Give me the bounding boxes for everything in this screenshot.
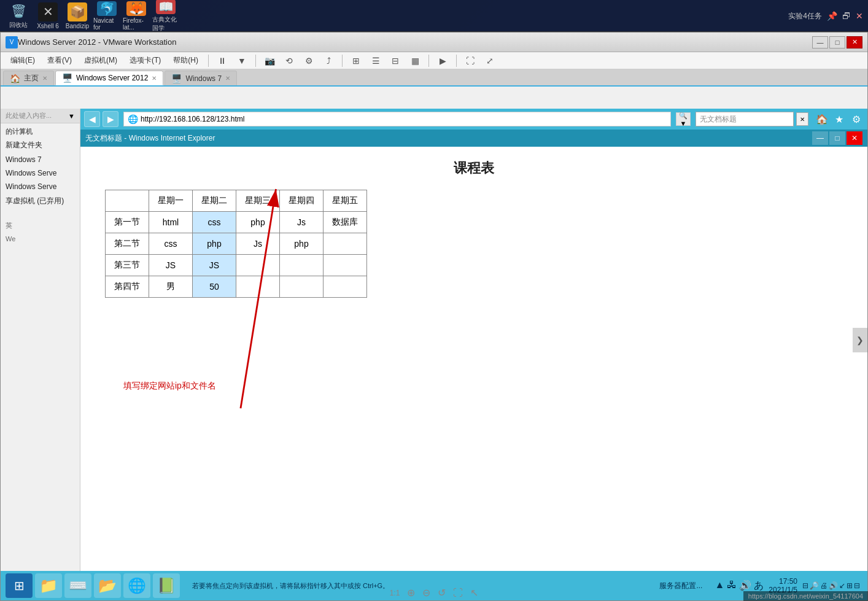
sidebar-item-win7[interactable]: Windows 7 xyxy=(1,153,80,166)
ie-address-bar[interactable]: 🌐 http://192.168.106.128/123.html xyxy=(123,112,671,126)
sidebar-item-shared[interactable]: 享虚拟机 (已弃用) xyxy=(1,193,80,209)
cell-r2-c4: php xyxy=(280,233,324,255)
taskbar-icon-guoxue[interactable]: 📖 古典文化国学 xyxy=(152,2,179,29)
sidebar-dropdown-icon[interactable]: ▼ xyxy=(68,112,75,120)
sidebar-item-winserver1[interactable]: Windows Serve xyxy=(1,166,80,180)
cell-r3-c3 xyxy=(236,255,280,276)
toolbar-separator-4 xyxy=(428,55,429,67)
minimize-button[interactable]: — xyxy=(812,36,828,48)
favorites-icon[interactable]: ★ xyxy=(832,112,847,126)
layout2-button[interactable]: ☰ xyxy=(367,53,384,68)
fullscreen2-button[interactable]: ⤢ xyxy=(481,53,498,68)
restore-icon[interactable]: 🗗 xyxy=(842,11,851,21)
tray-expand-icon[interactable]: ▲ xyxy=(715,580,724,592)
restore-button[interactable]: □ xyxy=(829,36,845,48)
sidebar-item-newfolder[interactable]: 新建文件夹 xyxy=(1,138,80,153)
taskbar-icon-recycle[interactable]: 🗑️ 回收站 xyxy=(5,2,32,29)
pause-button[interactable]: ⏸ xyxy=(214,53,231,68)
tab-ws2012-close[interactable]: ✕ xyxy=(152,75,157,82)
watermark: https://blog.csdn.net/weixin_54117604 xyxy=(743,591,868,601)
tab-win7[interactable]: 🖥️ Windows 7 ✕ xyxy=(165,71,237,85)
folder-button[interactable]: 📂 xyxy=(94,573,121,598)
fullscreen-button[interactable]: ⛶ xyxy=(462,53,479,68)
webpage-content: 课程表 星期一 星期二 星期三 星期四 星期五 第一节 html xyxy=(80,147,867,571)
menu-edit[interactable]: 编辑(E) xyxy=(6,54,40,67)
search-go-button[interactable]: 🔍▼ xyxy=(676,112,691,126)
home-icon[interactable]: 🏠 xyxy=(815,112,829,126)
status-icon-5: ↙ xyxy=(839,581,845,590)
settings-button[interactable]: ⚙ xyxy=(300,53,317,68)
zoom-fit-button[interactable]: ⛶ xyxy=(453,587,463,599)
sidebar-item-winserver2[interactable]: Windows Serve xyxy=(1,180,80,193)
cell-r3-c1: JS xyxy=(149,255,193,276)
powershell-button[interactable]: ⌨️ xyxy=(64,573,91,598)
play-button[interactable]: ▶ xyxy=(434,53,451,68)
cell-r2-c1: css xyxy=(149,233,193,255)
layout4-button[interactable]: ▦ xyxy=(406,53,424,68)
ie-search-box[interactable]: 无文档标题 xyxy=(696,112,794,126)
explorer-button[interactable]: 📁 xyxy=(35,573,62,598)
cell-r4-c4 xyxy=(280,276,324,298)
taskbar-icon-firefox[interactable]: 🦊 Firefox-lat... xyxy=(123,2,150,29)
win7-icon: 🖥️ xyxy=(171,74,182,83)
status-icon-4: 🔊 xyxy=(829,581,838,590)
volume-icon[interactable]: 🔊 xyxy=(739,580,751,592)
back-button[interactable]: ◀ xyxy=(84,111,100,127)
tab-win-server-2012[interactable]: 🖥️ Windows Server 2012 ✕ xyxy=(55,71,163,85)
address-text: http://192.168.106.128/123.html xyxy=(141,115,667,123)
right-scroll-arrow[interactable]: ❯ xyxy=(853,328,867,352)
cell-r1-c2: css xyxy=(193,212,236,233)
settings-icon[interactable]: ⚙ xyxy=(849,112,864,126)
header-wed: 星期三 xyxy=(236,190,280,212)
tab-home[interactable]: 🏠 主页 ✕ xyxy=(3,71,54,85)
status-icon-3: 🖨 xyxy=(820,581,827,590)
sidebar-label-we: We xyxy=(1,233,80,245)
share-button[interactable]: ⤴ xyxy=(320,53,337,68)
status-icon-6: ⊞ xyxy=(847,581,853,590)
cell-r1-c4: Js xyxy=(280,212,324,233)
ie-minimize-button[interactable]: — xyxy=(812,131,828,145)
zoom-refresh-button[interactable]: ↺ xyxy=(438,587,446,599)
start-button[interactable]: ⊞ xyxy=(6,573,33,598)
toolbar-dropdown[interactable]: ▼ xyxy=(233,53,250,68)
input-icon[interactable]: あ xyxy=(754,580,764,592)
menu-view[interactable]: 查看(V) xyxy=(42,54,77,67)
menu-help[interactable]: 帮助(H) xyxy=(168,54,203,67)
taskbar-icon-xshell[interactable]: ✕ Xshell 6 xyxy=(34,2,61,29)
snapshot-button[interactable]: 📷 xyxy=(261,53,278,68)
menu-vm[interactable]: 虚拟机(M) xyxy=(79,54,122,67)
ie-restore-button[interactable]: □ xyxy=(829,131,845,145)
vm-tabs: 🏠 主页 ✕ 🖥️ Windows Server 2012 ✕ 🖥️ Windo… xyxy=(1,69,867,87)
close-button[interactable]: ✕ xyxy=(847,36,862,48)
zoom-in-button[interactable]: ⊕ xyxy=(407,587,415,599)
zoom-controls: 1:1 ⊕ ⊖ ↺ ⛶ ↖ xyxy=(390,587,479,599)
cell-r1-c3: php xyxy=(236,212,280,233)
excel-button[interactable]: 📗 xyxy=(153,573,180,598)
forward-button[interactable]: ▶ xyxy=(103,111,118,127)
cell-r1-c1: html xyxy=(149,212,193,233)
ie-win-controls: — □ ✕ xyxy=(812,131,862,145)
tab-home-close[interactable]: ✕ xyxy=(42,75,47,82)
revert-button[interactable]: ⟲ xyxy=(281,53,298,68)
ie-button[interactable]: 🌐 xyxy=(123,573,150,598)
cell-r2-c3: Js xyxy=(236,233,280,255)
vmware-logo: V xyxy=(6,36,18,48)
annotation-text: 填写绑定网站ip和文件名 xyxy=(123,380,216,392)
cell-r2-c2: php xyxy=(193,233,236,255)
network-icon[interactable]: 🖧 xyxy=(727,580,737,592)
zoom-out-button[interactable]: ⊖ xyxy=(422,587,430,599)
search-close-button[interactable]: ✕ xyxy=(796,112,808,126)
row4-header: 第四节 xyxy=(106,276,149,298)
table-row: 第三节 JS JS xyxy=(106,255,367,276)
layout1-button[interactable]: ⊞ xyxy=(347,53,365,68)
zoom-icon2[interactable]: ↖ xyxy=(470,587,478,599)
ie-browser: ◀ ▶ 🌐 http://192.168.106.128/123.html 🔍▼… xyxy=(80,109,867,571)
taskbar-icon-navicat[interactable]: 🐬 Navicat for xyxy=(93,2,120,29)
close-icon[interactable]: ✕ xyxy=(856,11,863,21)
taskbar-icon-bandizip[interactable]: 📦 Bandizip xyxy=(64,2,91,29)
ie-close-button[interactable]: ✕ xyxy=(847,131,862,145)
service-config[interactable]: 服务器配置... xyxy=(659,581,702,591)
layout3-button[interactable]: ⊟ xyxy=(387,53,404,68)
menu-tab[interactable]: 选项卡(T) xyxy=(125,54,166,67)
tab-win7-close[interactable]: ✕ xyxy=(225,75,230,82)
